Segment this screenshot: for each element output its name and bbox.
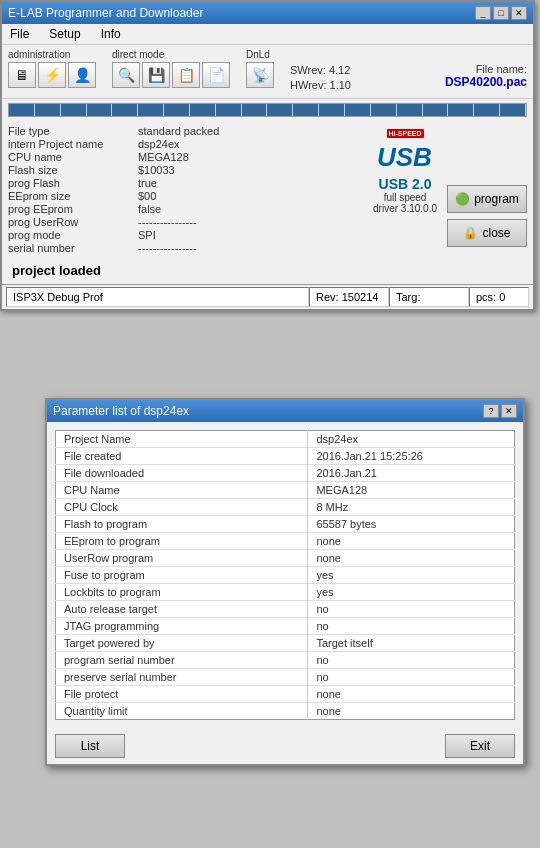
program-button[interactable]: 🟢 program — [447, 185, 527, 213]
table-row: File created 2016.Jan.21 15:25:26 — [56, 448, 515, 465]
file-name-value: DSP40200.pac — [445, 75, 527, 89]
param-value: none — [308, 703, 515, 720]
direct-mode-label: direct mode — [112, 49, 230, 60]
info-label: File type — [8, 125, 138, 137]
param-label: UserRow program — [56, 550, 308, 567]
param-value: none — [308, 686, 515, 703]
info-row: prog Flash true — [8, 177, 363, 189]
usb-logo-svg: USB — [375, 141, 435, 171]
close-main-button[interactable]: ✕ — [511, 6, 527, 20]
table-row: preserve serial number no — [56, 669, 515, 686]
param-title-bar: Parameter list of dsp24ex ? ✕ — [47, 400, 523, 422]
hw-rev: HWrev: 1.10 — [290, 78, 351, 93]
info-label: prog Flash — [8, 177, 138, 189]
progress-segments — [9, 104, 526, 116]
param-value: 2016.Jan.21 15:25:26 — [308, 448, 515, 465]
param-footer: List Exit — [47, 728, 523, 764]
param-value: none — [308, 550, 515, 567]
param-table: Project Name dsp24ex File created 2016.J… — [55, 430, 515, 720]
status-rev: Rev: 150214 — [309, 287, 389, 307]
direct-buttons: 🔍 💾 📋 📄 — [112, 62, 230, 88]
info-row: prog UserRow ---------------- — [8, 216, 363, 228]
project-loaded-text: project loaded — [2, 259, 533, 284]
param-dialog-title: Parameter list of dsp24ex — [53, 404, 189, 418]
table-row: Fuse to program yes — [56, 567, 515, 584]
table-row: Auto release target no — [56, 601, 515, 618]
seg-10 — [242, 104, 268, 116]
exit-button[interactable]: Exit — [445, 734, 515, 758]
direct-mode-section: direct mode 🔍 💾 📋 📄 — [112, 49, 230, 88]
param-value: none — [308, 533, 515, 550]
menu-info[interactable]: Info — [97, 26, 125, 42]
param-help-button[interactable]: ? — [483, 404, 499, 418]
direct-btn-3[interactable]: 📋 — [172, 62, 200, 88]
menu-setup[interactable]: Setup — [45, 26, 84, 42]
table-row: CPU Clock 8 MHz — [56, 499, 515, 516]
seg-15 — [371, 104, 397, 116]
info-row: prog EEprom false — [8, 203, 363, 215]
hi-speed-badge: Hi-SPEED — [387, 129, 424, 138]
maximize-button[interactable]: □ — [493, 6, 509, 20]
param-label: File created — [56, 448, 308, 465]
param-dialog: Parameter list of dsp24ex ? ✕ Project Na… — [45, 398, 525, 766]
seg-12 — [293, 104, 319, 116]
info-table: File type standard packed intern Project… — [8, 125, 363, 255]
param-label: Auto release target — [56, 601, 308, 618]
info-label: prog UserRow — [8, 216, 138, 228]
program-label: program — [474, 192, 519, 206]
info-label: EEprom size — [8, 190, 138, 202]
table-row: UserRow program none — [56, 550, 515, 567]
table-row: Target powered by Target itself — [56, 635, 515, 652]
seg-2 — [35, 104, 61, 116]
list-button[interactable]: List — [55, 734, 125, 758]
table-row: Lockbits to program yes — [56, 584, 515, 601]
table-row: Project Name dsp24ex — [56, 431, 515, 448]
direct-btn-2[interactable]: 💾 — [142, 62, 170, 88]
direct-btn-1[interactable]: 🔍 — [112, 62, 140, 88]
param-label: program serial number — [56, 652, 308, 669]
admin-btn-2[interactable]: ⚡ — [38, 62, 66, 88]
info-row: serial number ---------------- — [8, 242, 363, 254]
info-value: SPI — [138, 229, 156, 241]
param-label: Fuse to program — [56, 567, 308, 584]
minimize-button[interactable]: _ — [475, 6, 491, 20]
usb-version: USB 2.0 — [373, 176, 437, 192]
file-name-area: File name: DSP40200.pac — [445, 63, 527, 89]
param-close-button[interactable]: ✕ — [501, 404, 517, 418]
table-row: Flash to program 65587 bytes — [56, 516, 515, 533]
table-row: File downloaded 2016.Jan.21 — [56, 465, 515, 482]
usb-area: Hi-SPEED USB USB 2.0 full speed driver 3… — [373, 125, 437, 255]
param-title-controls: ? ✕ — [483, 404, 517, 418]
main-window: E-LAB Programmer and Downloader _ □ ✕ Fi… — [0, 0, 535, 311]
seg-16 — [397, 104, 423, 116]
info-label: Flash size — [8, 164, 138, 176]
admin-btn-1[interactable]: 🖥 — [8, 62, 36, 88]
info-label: CPU name — [8, 151, 138, 163]
param-label: File downloaded — [56, 465, 308, 482]
menu-bar: File Setup Info — [2, 24, 533, 45]
info-row: CPU name MEGA128 — [8, 151, 363, 163]
progress-bar — [8, 103, 527, 117]
admin-label: administration — [8, 49, 96, 60]
main-window-title: E-LAB Programmer and Downloader — [8, 6, 203, 20]
dnld-btn-1[interactable]: 📡 — [246, 62, 274, 88]
seg-6 — [138, 104, 164, 116]
seg-3 — [61, 104, 87, 116]
seg-17 — [423, 104, 449, 116]
dnld-label: DnLd — [246, 49, 274, 60]
info-value: false — [138, 203, 161, 215]
param-value: 2016.Jan.21 — [308, 465, 515, 482]
direct-btn-4[interactable]: 📄 — [202, 62, 230, 88]
dnld-buttons: 📡 — [246, 62, 274, 88]
admin-btn-3[interactable]: 👤 — [68, 62, 96, 88]
close-button[interactable]: 🔒 close — [447, 219, 527, 247]
seg-5 — [112, 104, 138, 116]
status-targ: Targ: — [389, 287, 469, 307]
seg-9 — [216, 104, 242, 116]
param-label: File protect — [56, 686, 308, 703]
param-value: yes — [308, 567, 515, 584]
param-value: Target itself — [308, 635, 515, 652]
param-label: Flash to program — [56, 516, 308, 533]
seg-14 — [345, 104, 371, 116]
menu-file[interactable]: File — [6, 26, 33, 42]
